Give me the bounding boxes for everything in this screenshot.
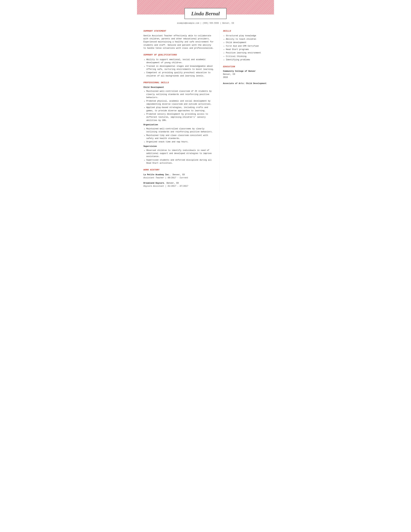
professional-skills-title: PROFESSIONAL SKILLS — [143, 81, 215, 84]
separator2: | — [220, 22, 222, 24]
list-item: Competent at providing quality preschool… — [146, 71, 215, 77]
content-area: SUMMARY STATEMENT Gentle Assistant Teach… — [137, 26, 274, 191]
school-name: Community College of Denver — [223, 70, 268, 73]
email: example@example.com — [177, 22, 199, 24]
separator1: | — [200, 22, 203, 24]
education-section: EDUCATION Community College of Denver De… — [223, 65, 268, 85]
subsection-supervision-title: Supervision — [143, 145, 215, 148]
list-item: Observed children to identify individual… — [146, 149, 215, 158]
list-item: Organized snack time and nap hours. — [146, 140, 215, 143]
list-item: Supervised students and enforced discipl… — [146, 159, 215, 165]
skills-list: Structured play knowledge Ability to tea… — [223, 34, 268, 62]
list-item: Maintained well-controlled classroom of … — [146, 90, 215, 99]
header-band: Linda Bernal — [137, 0, 274, 15]
professional-skills-section: PROFESSIONAL SKILLS Child Development Ma… — [143, 81, 215, 165]
phone: (555) 555-5555 — [203, 22, 219, 24]
education-title: EDUCATION — [223, 65, 268, 68]
subsection-child-dev-title: Child Development — [143, 86, 215, 89]
work-role-1: Assistant Teacher | 08/2017 - Current — [143, 176, 215, 180]
list-item: Critical thinking — [226, 55, 268, 58]
subsection-org-title: Organization — [143, 123, 215, 126]
work-company-1: La Petite Academy Inc.. Denver, CO — [143, 173, 215, 176]
school-degree: Associate of Arts: Child Development — [223, 82, 268, 85]
org-list: Maintained well-controlled classrooms by… — [143, 127, 215, 144]
left-column: SUMMARY STATEMENT Gentle Assistant Teach… — [143, 29, 220, 191]
list-item: Trained in developmental stages and know… — [146, 65, 215, 71]
list-item: Maintained tidy and clean classroom cons… — [146, 134, 215, 140]
list-item: Positive learning environment — [226, 51, 268, 55]
list-item: Structured play knowledge — [226, 34, 268, 38]
resume-page: Linda Bernal example@example.com | (555)… — [137, 0, 274, 201]
list-item: First Aid and CPR Certified — [226, 45, 268, 48]
list-item: Applied play-based strategies, including… — [146, 106, 215, 112]
list-item: Promoted physical, academic and social d… — [146, 100, 215, 106]
summary-title: SUMMARY STATEMENT — [143, 29, 215, 33]
work-company-2: Dreamland Daycare. Denver, CO — [143, 181, 215, 185]
list-item: Maintained well-controlled classrooms by… — [146, 127, 215, 134]
supervision-list: Observed children to identify individual… — [143, 149, 215, 165]
school-location: Denver, CO — [223, 73, 268, 76]
edu-entry-1: Community College of Denver Denver, CO 2… — [223, 70, 268, 85]
qualifications-section: SUMMARY OF QUALIFICATIONS Ability to sup… — [143, 53, 215, 77]
list-item: Ability to support emotional, social and… — [146, 58, 215, 65]
qualifications-title: SUMMARY OF QUALIFICATIONS — [143, 53, 215, 57]
list-item: Promoted sensory development by providin… — [146, 113, 215, 122]
skills-section: SKILLS Structured play knowledge Ability… — [223, 29, 268, 62]
list-item: Head Start programs — [226, 48, 268, 51]
candidate-name: Linda Bernal — [191, 10, 220, 17]
right-column: SKILLS Structured play knowledge Ability… — [220, 29, 268, 191]
child-dev-list: Maintained well-controlled classroom of … — [143, 90, 215, 122]
name-box: Linda Bernal — [185, 8, 227, 19]
list-item: Identifying problems — [226, 58, 268, 61]
location: Denver, CO — [222, 22, 234, 24]
work-entry-2: Dreamland Daycare. Denver, CO Daycare As… — [143, 181, 215, 188]
skills-title: SKILLS — [223, 29, 268, 33]
work-history-section: WORK HISTORY La Petite Academy Inc.. Den… — [143, 168, 215, 188]
work-history-title: WORK HISTORY — [143, 168, 215, 171]
work-role-2: Daycare Assistant | 01/2017 - 07/2017 — [143, 185, 215, 188]
summary-section: SUMMARY STATEMENT Gentle Assistant Teach… — [143, 29, 215, 50]
school-year: 2016 — [223, 76, 268, 79]
list-item: Child development — [226, 41, 268, 44]
qualifications-list: Ability to support emotional, social and… — [143, 58, 215, 77]
work-entry-1: La Petite Academy Inc.. Denver, CO Assis… — [143, 173, 215, 180]
list-item: Ability to teach children — [226, 38, 268, 41]
summary-text: Gentle Assistant Teacher effectively abl… — [143, 34, 215, 50]
